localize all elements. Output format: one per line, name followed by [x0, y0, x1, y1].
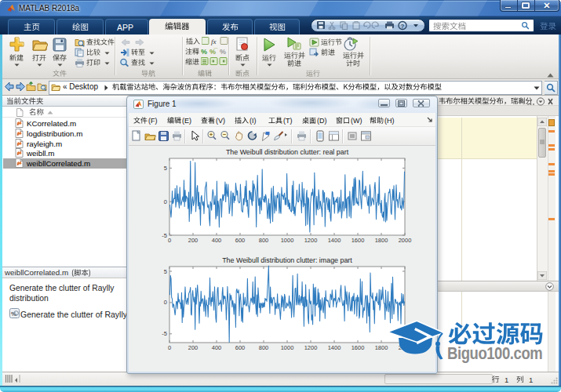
svg-text:5: 5 — [164, 268, 167, 275]
svg-text:0: 0 — [168, 344, 171, 351]
svg-text:400: 400 — [212, 344, 222, 351]
svg-text:200: 200 — [188, 237, 199, 244]
svg-text:0: 0 — [164, 198, 167, 205]
svg-text:%̅: %̅ — [209, 48, 218, 56]
svg-text:-5: -5 — [162, 330, 167, 337]
svg-text:The Weibull distribution clutt: The Weibull distribution clutter: real p… — [226, 148, 349, 156]
svg-text:1200: 1200 — [304, 344, 318, 351]
svg-text:1000: 1000 — [281, 344, 294, 351]
svg-text:1200: 1200 — [304, 237, 318, 244]
svg-text:?: ? — [401, 23, 405, 30]
svg-text:800: 800 — [259, 237, 269, 244]
svg-text:800: 800 — [259, 344, 269, 351]
svg-text:1400: 1400 — [328, 344, 341, 351]
svg-text:400: 400 — [212, 237, 222, 244]
svg-text:1800: 1800 — [375, 237, 388, 244]
svg-text:2000: 2000 — [399, 237, 412, 244]
svg-text:1600: 1600 — [352, 344, 365, 351]
svg-text:The Weibull distribution clutt: The Weibull distribution clutter: image … — [222, 256, 352, 264]
svg-text:0: 0 — [164, 299, 167, 306]
svg-text:%: % — [220, 48, 226, 56]
svg-text:-5: -5 — [162, 232, 167, 239]
svg-text:1400: 1400 — [328, 237, 341, 244]
svg-text:600: 600 — [235, 237, 246, 244]
svg-text:%: % — [201, 48, 207, 56]
svg-text:1600: 1600 — [352, 237, 365, 244]
svg-text:1000: 1000 — [281, 237, 294, 244]
svg-text:200: 200 — [188, 344, 199, 351]
svg-text:600: 600 — [235, 344, 246, 351]
svg-text:0: 0 — [168, 237, 171, 244]
svg-text:fx: fx — [211, 38, 217, 45]
svg-text:5: 5 — [164, 165, 167, 172]
